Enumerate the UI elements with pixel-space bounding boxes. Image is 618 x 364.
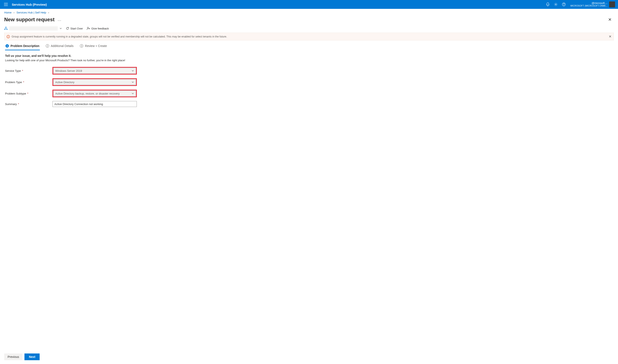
warning-icon [7,35,10,38]
required-asterisk: * [27,92,28,95]
start-over-label: Start Over [70,27,83,30]
menu-icon[interactable] [2,3,10,6]
chevron-down-icon [132,92,134,95]
tab-additional-details[interactable]: 2 Additional Details [45,43,74,50]
label-problem-type: Problem Type [5,81,22,84]
select-problem-type[interactable]: Active Directory [53,79,136,85]
refresh-icon [66,27,69,30]
start-over-button[interactable]: Start Over [66,27,83,30]
row-summary: Summary * [5,101,613,107]
select-problem-subtype[interactable]: Active Directory backup, restore, or dis… [53,91,136,96]
required-asterisk: * [17,103,19,106]
form-lead: Tell us your issue, and we'll help you r… [5,54,613,57]
org-selector[interactable] [4,26,62,30]
alert-close-icon[interactable]: ✕ [609,35,611,39]
hierarchy-icon [4,27,8,30]
next-button[interactable]: Next [25,353,40,360]
label-problem-subtype: Problem Subtype [5,92,26,95]
account-primary: :@microsoft.... [570,2,607,5]
row-problem-type: Problem Type * Active Directory [5,78,613,86]
tab-label: Review + Create [85,44,107,48]
tabs: 1 Problem Description 2 Additional Detai… [0,43,618,50]
give-feedback-button[interactable]: Give feedback [87,27,109,30]
page-header: New support request … ✕ [0,15,618,26]
previous-button[interactable]: Previous [4,353,22,360]
top-bar: Services Hub (Preview) :@microsoft.... M… [0,0,618,9]
alert-banner: Group assignment feature is currently ru… [4,33,614,40]
required-asterisk: * [21,69,23,72]
svg-point-0 [555,4,556,5]
svg-rect-4 [4,29,5,30]
tab-number: 1 [5,44,9,48]
footer-actions: Previous Next [0,351,618,364]
form-area: Tell us your issue, and we'll help you r… [0,50,618,351]
required-asterisk: * [22,81,24,84]
page-title: New support request [4,17,55,23]
select-service-type[interactable]: Windows Server 2019 [53,68,136,74]
breadcrumb: Home › Services Hub | Self Help › [0,9,618,15]
avatar [609,1,615,7]
give-feedback-label: Give feedback [91,27,109,30]
tab-number: 2 [46,44,49,48]
select-service-type-value: Windows Server 2019 [55,69,82,72]
select-problem-subtype-value: Active Directory backup, restore, or dis… [55,92,120,95]
tab-label: Problem Description [11,44,40,48]
breadcrumb-home[interactable]: Home [4,11,12,14]
label-summary: Summary [5,103,17,106]
select-problem-type-value: Active Directory [55,81,74,84]
tab-problem-description[interactable]: 1 Problem Description [5,43,40,50]
tab-number: 3 [80,44,83,48]
org-name-redacted [9,26,58,30]
toolbar: Start Over Give feedback [0,26,618,33]
tab-label: Additional Details [51,44,74,48]
svg-point-8 [8,37,8,38]
alert-text: Group assignment feature is currently ru… [12,35,227,38]
app-title: Services Hub (Preview) [10,3,47,6]
chevron-right-icon: › [14,11,14,14]
breadcrumb-self-help[interactable]: Services Hub | Self Help [16,11,46,14]
close-icon[interactable]: ✕ [606,16,614,23]
feedback-icon [87,27,90,30]
help-icon[interactable] [560,0,568,9]
label-service-type: Service Type [5,69,21,72]
svg-point-6 [87,27,89,28]
account-area[interactable]: :@microsoft.... MICROSOFT (MICROSOFT.ONM… [568,1,616,7]
more-actions-icon[interactable]: … [57,17,62,22]
svg-rect-5 [7,29,7,30]
chevron-down-icon [59,27,62,30]
chevron-right-icon: › [48,11,49,14]
account-secondary: MICROSOFT (MICROSOFT.ONMI... [570,5,607,7]
chevron-down-icon [132,69,134,72]
tab-review-create[interactable]: 3 Review + Create [80,43,107,50]
input-summary[interactable] [53,101,137,107]
row-service-type: Service Type * Windows Server 2019 [5,67,613,75]
chevron-down-icon [132,81,134,83]
settings-icon[interactable] [552,0,560,9]
notifications-icon[interactable] [544,0,552,9]
row-problem-subtype: Problem Subtype * Active Directory backu… [5,90,613,97]
form-sublead: Looking for help with one of your Micros… [5,59,613,62]
svg-rect-3 [5,27,6,27]
svg-point-2 [564,5,564,5]
